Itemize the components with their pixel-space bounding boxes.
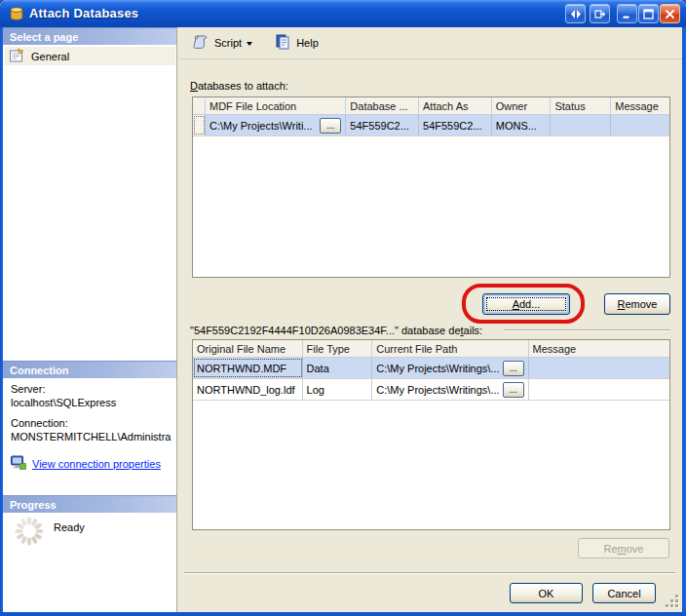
remove-details-button[interactable]: Remove [578, 538, 669, 558]
minimize-icon [622, 9, 632, 19]
database-details-label: "54F559C2192F4444F10D26A0983E34F..." dat… [190, 325, 482, 336]
browse-path-button[interactable]: ... [503, 361, 524, 376]
close-icon [665, 9, 675, 19]
col-owner: Owner [492, 97, 552, 114]
connection-value: MONSTERMITCHELL\Administra [11, 431, 171, 443]
minimize-button[interactable] [617, 4, 637, 23]
undock-button[interactable] [590, 4, 610, 23]
col-current-file-path: Current File Path [372, 340, 528, 357]
undock-icon [594, 9, 606, 19]
browse-path-button[interactable]: ... [503, 382, 524, 398]
window-border-right [682, 27, 686, 616]
col-status: Status [551, 97, 611, 114]
maximize-icon [643, 9, 654, 19]
table-row[interactable]: NORTHWND_log.ldf Log C:\My Projects\Writ… [193, 379, 669, 401]
current-file-path-cell[interactable]: C:\My Projects\Writings\... ... [372, 358, 528, 378]
main-panel: Script Help Databases to attach: [179, 27, 682, 612]
details-grid-header: Original File Name File Type Current Fil… [193, 340, 669, 358]
col-database: Database ... [346, 97, 419, 114]
row-selector-cell[interactable] [193, 115, 206, 135]
script-button[interactable]: Script [186, 31, 258, 56]
select-a-page-header: Select a page [3, 27, 177, 45]
attach-databases-grid: MDF File Location Database ... Attach As… [192, 96, 670, 278]
current-file-path-cell[interactable]: C:\My Projects\Writings\... ... [372, 379, 528, 400]
status-cell[interactable] [551, 115, 611, 135]
general-page-icon [9, 48, 24, 65]
attach-grid-header: MDF File Location Database ... Attach As… [193, 97, 669, 115]
file-type-cell[interactable]: Log [303, 379, 373, 400]
ok-button[interactable]: OK [510, 583, 583, 603]
script-dropdown-icon [247, 42, 252, 49]
connection-properties-icon [10, 454, 27, 472]
database-cell[interactable]: 54F559C2... [346, 115, 419, 135]
progress-header: Progress [3, 495, 177, 513]
table-row[interactable]: C:\My Projects\Writi... ... 54F559C2... … [193, 115, 669, 136]
col-details-message: Message [529, 340, 669, 357]
progress-spinner-icon [13, 515, 46, 548]
window-title: Attach Databases [29, 6, 138, 20]
help-button[interactable]: Help [268, 31, 324, 56]
database-icon [9, 6, 24, 21]
row-selector-header [193, 97, 206, 114]
browse-mdf-button[interactable]: ... [320, 118, 341, 134]
original-file-name-cell[interactable]: NORTHWND.MDF [193, 358, 303, 378]
script-icon [192, 33, 210, 53]
server-label: Server: [11, 383, 45, 395]
original-file-name-cell[interactable]: NORTHWND_log.ldf [193, 379, 303, 400]
view-connection-properties-link[interactable]: View connection properties [32, 458, 161, 470]
database-details-grid: Original File Name File Type Current Fil… [192, 339, 670, 530]
footer-divider [184, 572, 675, 574]
progress-status: Ready [54, 521, 85, 533]
attach-as-cell[interactable]: 54F559C2... [419, 115, 492, 135]
add-button[interactable]: Add... [482, 293, 570, 315]
help-label: Help [296, 37, 319, 49]
sidebar-item-label: General [31, 51, 69, 62]
remove-button[interactable]: Remove [604, 293, 670, 315]
window-border-bottom [0, 612, 686, 616]
table-row[interactable]: NORTHWND.MDF Data C:\My Projects\Writing… [193, 358, 669, 379]
sidebar: Select a page General Connection Server:… [3, 27, 177, 612]
message-cell[interactable] [611, 115, 669, 135]
sidebar-item-general[interactable]: General [5, 47, 175, 65]
cancel-button[interactable]: Cancel [592, 583, 656, 603]
databases-to-attach-label: Databases to attach: [190, 80, 288, 92]
maximize-button[interactable] [638, 4, 659, 23]
connection-header: Connection [3, 361, 177, 378]
script-label: Script [214, 37, 242, 49]
details-separator-line [504, 329, 670, 331]
mdf-file-location-cell[interactable]: C:\My Projects\Writi... ... [206, 115, 346, 135]
toolbar: Script Help [179, 27, 682, 59]
resize-grip[interactable] [666, 595, 680, 609]
owner-cell[interactable]: MONS... [492, 115, 552, 135]
close-button[interactable] [660, 4, 680, 23]
col-message: Message [611, 97, 669, 114]
message-cell[interactable] [529, 358, 669, 378]
help-icon [274, 33, 291, 53]
col-attach-as: Attach As [419, 97, 492, 114]
titlebar[interactable]: Attach Databases [0, 0, 686, 27]
col-mdf-file-location: MDF File Location [206, 97, 346, 114]
message-cell[interactable] [529, 379, 669, 400]
file-type-cell[interactable]: Data [303, 358, 373, 378]
col-original-file-name: Original File Name [193, 340, 303, 357]
col-file-type: File Type [303, 340, 373, 357]
server-value: localhost\SQLExpress [11, 397, 116, 408]
connection-label: Connection: [11, 417, 68, 429]
attach-databases-dialog: Attach Databases [0, 0, 686, 616]
resize-arrows-icon [570, 9, 582, 19]
window-resize-button[interactable] [565, 4, 586, 23]
